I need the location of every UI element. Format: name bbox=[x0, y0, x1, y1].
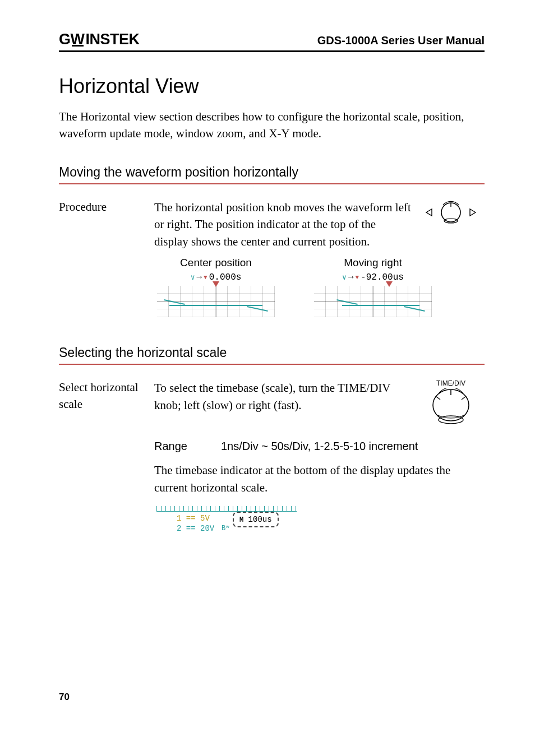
cyan-caret-icon: ∨ bbox=[342, 273, 347, 282]
timediv-knob-label: TIME/DIV bbox=[436, 379, 465, 387]
red-marker-icon: ▼ bbox=[356, 274, 359, 281]
timediv-knob-icon: TIME/DIV bbox=[417, 379, 485, 425]
section-intro: The Horizontal view section describes ho… bbox=[59, 108, 485, 142]
example-center: Center position ∨ → ▼ 0.000s bbox=[154, 257, 278, 317]
horiz-position-knob-icon bbox=[417, 199, 485, 226]
procedure-text: The horizontal position knob moves the w… bbox=[154, 199, 417, 250]
range-value: 1ns/Div ~ 50s/Div, 1-2.5-5-10 increment bbox=[221, 440, 418, 453]
scope-ticks bbox=[156, 506, 297, 512]
scope-grid-center bbox=[157, 286, 275, 317]
readout-right: ∨ → ▼ -92.00us bbox=[342, 272, 404, 282]
section-title: Horizontal View bbox=[59, 75, 485, 98]
position-examples: Center position ∨ → ▼ 0.000s Moving righ… bbox=[154, 257, 485, 317]
arrow-right-icon: → bbox=[348, 272, 354, 282]
procedure-row: Procedure The horizontal position knob m… bbox=[59, 199, 485, 250]
tb-ch1: 1 == 5V bbox=[177, 514, 210, 523]
timebase-indicator-figure: 1 == 5V 2 == 20V Bʷ M 100us bbox=[154, 505, 306, 536]
brand-g: G bbox=[59, 31, 71, 48]
select-scale-row: Select horizontal scale To select the ti… bbox=[59, 379, 485, 425]
svg-marker-0 bbox=[426, 209, 432, 216]
example-center-caption: Center position bbox=[180, 257, 252, 269]
brand-u: W bbox=[71, 31, 85, 48]
svg-marker-1 bbox=[470, 209, 476, 216]
timebase-note: The timebase indicator at the bottom of … bbox=[154, 462, 485, 496]
subhead-moving: Moving the waveform position horizontall… bbox=[59, 165, 485, 184]
tb-callout-value: 100us bbox=[243, 515, 271, 524]
page-header: GWINSTEK GDS-1000A Series User Manual bbox=[59, 31, 485, 52]
subhead-scale: Selecting the horizontal scale bbox=[59, 345, 485, 365]
scope-grid-right bbox=[314, 286, 432, 317]
tb-bw: Bʷ bbox=[222, 524, 229, 532]
svg-line-8 bbox=[436, 396, 440, 400]
red-marker-icon: ▼ bbox=[204, 274, 207, 281]
procedure-label: Procedure bbox=[59, 199, 154, 215]
select-scale-text: To select the timebase (scale), turn the… bbox=[154, 379, 417, 414]
cyan-caret-icon: ∨ bbox=[191, 273, 195, 282]
svg-line-9 bbox=[462, 396, 466, 400]
select-scale-label: Select horizontal scale bbox=[59, 379, 154, 412]
example-right-caption: Moving right bbox=[344, 257, 402, 269]
tb-ch2: 2 == 20V bbox=[177, 524, 214, 533]
readout-right-value: -92.00us bbox=[361, 272, 404, 282]
header-title: GDS-1000A Series User Manual bbox=[317, 34, 485, 47]
arrow-right-icon: → bbox=[197, 272, 202, 282]
tb-callout: M 100us bbox=[233, 512, 279, 527]
brand-rest: INSTEK bbox=[86, 31, 140, 48]
example-right: Moving right ∨ → ▼ -92.00us bbox=[311, 257, 435, 317]
page-number: 70 bbox=[59, 692, 70, 703]
brand-logo: GWINSTEK bbox=[59, 31, 140, 48]
range-label: Range bbox=[154, 440, 187, 453]
range-row: Range 1ns/Div ~ 50s/Div, 1-2.5-5-10 incr… bbox=[154, 440, 485, 453]
